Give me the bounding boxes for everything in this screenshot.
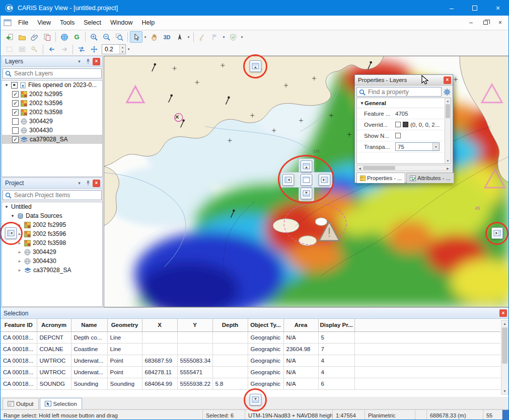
project-panel-header[interactable]: Project ▾ ×	[2, 178, 103, 189]
scroll-right-icon[interactable]: ▶	[445, 166, 451, 170]
project-search-input[interactable]	[3, 192, 101, 199]
tolerance-dropdown[interactable]: ▾	[126, 44, 131, 55]
layers-pin-button[interactable]	[84, 58, 92, 65]
project-item-row[interactable]: ▸ 2002 fs3598	[2, 238, 102, 247]
tab-output[interactable]: Output	[3, 398, 39, 409]
dock-guide-center[interactable]	[301, 174, 312, 186]
expander-icon[interactable]: ▸	[17, 249, 22, 255]
project-search-box[interactable]	[3, 190, 102, 200]
menu-view[interactable]: View	[33, 17, 55, 29]
properties-dialog-titlebar[interactable]: Properties - Layers ×	[355, 75, 453, 86]
properties-horizontal-scrollbar[interactable]: ◀ ▶	[356, 165, 451, 171]
layer-checkbox[interactable]: ✓	[12, 136, 19, 143]
layer-row[interactable]: 3004430	[2, 126, 102, 135]
selection-vertical-scrollbar[interactable]: ▲ ▼	[501, 320, 508, 395]
column-header[interactable]: Display Pr...	[318, 319, 354, 331]
table-row[interactable]: CA 00018...SOUNDGSoundingSounding684064.…	[1, 378, 500, 389]
column-header[interactable]: Feature ID	[1, 319, 37, 331]
dock-guide-right[interactable]	[491, 227, 503, 239]
select-tool-button[interactable]	[130, 31, 142, 43]
properties-vertical-scrollbar[interactable]: ▲ ▼	[445, 98, 451, 163]
layer-row[interactable]: ✓ 2002 fs3598	[2, 108, 102, 117]
range-select-button[interactable]	[3, 44, 16, 55]
spinner-down-icon[interactable]: ▼	[119, 49, 125, 54]
zoom-out-button[interactable]	[100, 31, 113, 43]
mdi-minimize-button[interactable]: –	[465, 18, 477, 28]
transparency-dropdown[interactable]: 75 ▾	[395, 142, 440, 151]
property-row[interactable]: Overrid... (0, 0, 0, 2...	[357, 119, 445, 130]
column-header[interactable]: Area	[283, 319, 318, 331]
tab-properties[interactable]: Properties - ...	[356, 173, 405, 183]
dock-guide-top[interactable]	[250, 60, 261, 72]
subset-select-button[interactable]	[16, 44, 28, 55]
spinner-up-icon[interactable]: ▲	[119, 45, 125, 49]
table-row[interactable]: CA 00018...UWTROCUnderwat...Point684278.…	[1, 366, 500, 378]
scrollbar-thumb[interactable]	[363, 166, 395, 170]
maximize-button[interactable]	[463, 1, 486, 16]
expander-icon[interactable]: ▸	[17, 259, 22, 264]
section-expander-icon[interactable]: ▾	[359, 101, 365, 106]
zoom-window-button[interactable]	[113, 31, 125, 43]
scroll-down-icon[interactable]: ▼	[445, 158, 451, 163]
selection-tolerance-field[interactable]: ▲ ▼	[102, 44, 126, 54]
mdi-restore-button[interactable]	[479, 18, 492, 28]
property-row[interactable]: Feature ... 4705	[357, 108, 445, 119]
swap-selection-button[interactable]	[75, 44, 88, 55]
attach-file-button[interactable]	[28, 31, 41, 43]
layers-search-box[interactable]	[3, 68, 102, 78]
menu-help[interactable]: Help	[137, 17, 159, 29]
layer-checkbox[interactable]: ✓	[12, 91, 19, 98]
column-header[interactable]: Acronym	[37, 319, 71, 331]
layers-search-input[interactable]	[3, 70, 101, 77]
project-item-row[interactable]: ▸ 3004430	[2, 257, 102, 266]
menu-window[interactable]: Window	[106, 17, 137, 29]
layer-checkbox[interactable]: ✓	[12, 109, 19, 116]
copy-layers-button[interactable]	[41, 31, 53, 43]
scroll-up-icon[interactable]: ▲	[501, 320, 508, 327]
find-property-box[interactable]	[356, 87, 442, 97]
add-data-button[interactable]	[3, 31, 16, 43]
layers-menu-button[interactable]: ▾	[76, 58, 83, 65]
layer-row[interactable]: ✓ 2002 fs3596	[2, 99, 102, 108]
expander-icon[interactable]: ▸	[17, 231, 22, 236]
layer-checkbox[interactable]	[12, 118, 19, 125]
scroll-up-icon[interactable]: ▲	[445, 98, 451, 104]
tab-selection[interactable]: Selection	[40, 398, 82, 409]
layers-panel-header[interactable]: Layers ▾ ×	[2, 56, 103, 67]
dropdown-caret-icon[interactable]: ▾	[432, 143, 439, 150]
project-root-row[interactable]: ▾ Untitled	[2, 202, 102, 211]
next-selection-button[interactable]	[58, 44, 70, 55]
dock-guide-left[interactable]	[5, 227, 17, 239]
3d-view-button[interactable]: 3D	[161, 31, 173, 43]
mdi-close-button[interactable]: ×	[494, 18, 506, 28]
find-property-input[interactable]	[357, 89, 441, 96]
project-item-row[interactable]: ▸ 2002 fs3596	[2, 229, 102, 238]
scroll-left-icon[interactable]: ◀	[357, 166, 362, 170]
project-close-button[interactable]: ×	[93, 180, 100, 187]
table-row[interactable]: CA 00018...UWTROCUnderwat...Point683687.…	[1, 355, 500, 366]
north-arrow-button[interactable]	[173, 31, 186, 43]
menu-tools[interactable]: Tools	[55, 17, 79, 29]
column-header[interactable]: X	[142, 319, 177, 331]
dock-guide-center-right[interactable]	[319, 174, 330, 186]
gear-icon[interactable]	[443, 88, 451, 96]
minimize-button[interactable]: –	[440, 1, 463, 16]
menu-select[interactable]: Select	[79, 17, 106, 29]
unlock-select-button[interactable]	[28, 44, 41, 55]
tab-attributes[interactable]: Attributes - ...	[406, 173, 454, 183]
layer-row[interactable]: 3004429	[2, 117, 102, 126]
status-crs[interactable]: UTM-19N-Nad83 + NAVD88 height	[245, 410, 333, 420]
column-header[interactable]: Geometry	[107, 319, 142, 331]
property-row[interactable]: Show N...	[357, 130, 445, 141]
layer-checkbox[interactable]: ✓	[12, 100, 19, 107]
sweep-tool-button[interactable]	[196, 31, 208, 43]
layers-close-button[interactable]: ×	[93, 58, 100, 65]
table-row[interactable]: CA 00018...DEPCNTDepth co...LineGeograph…	[1, 331, 500, 343]
show-checkbox[interactable]	[395, 133, 401, 138]
column-header[interactable]: Depth	[212, 319, 248, 331]
general-section-row[interactable]: ▾ General	[357, 98, 445, 108]
close-button[interactable]: ×	[486, 1, 509, 16]
properties-close-button[interactable]: ×	[444, 76, 451, 84]
status-view-mode[interactable]: Planimetric	[365, 410, 415, 420]
color-swatch[interactable]	[403, 122, 408, 127]
